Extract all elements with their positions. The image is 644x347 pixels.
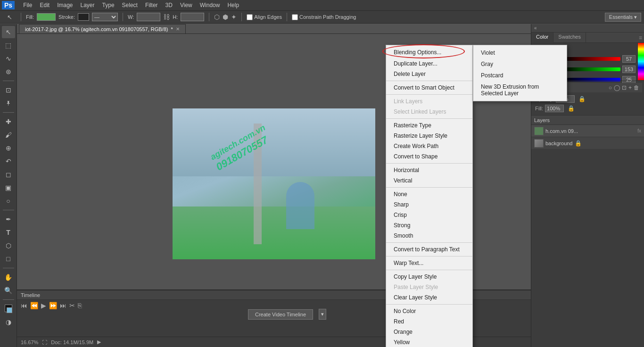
menu-layer[interactable]: Layer — [77, 1, 99, 9]
menu-filter[interactable]: Filter — [141, 1, 162, 9]
timeline-play-btn[interactable]: ▶ — [41, 302, 46, 309]
layer-item-1[interactable]: h.com.vn 09... fx — [531, 125, 644, 137]
essentials-button[interactable]: Essentials ▾ — [605, 13, 641, 22]
horizontal-item[interactable]: Horizontal — [386, 165, 472, 175]
color-spectrum-strip[interactable] — [637, 43, 644, 80]
timeline-last-btn[interactable]: ⏭ — [60, 302, 66, 309]
strong-item[interactable]: Strong — [386, 220, 472, 231]
shape-tool[interactable]: □ — [2, 253, 15, 265]
duplicate-layer-item[interactable]: Duplicate Layer... — [386, 58, 472, 69]
stroke-color-box[interactable] — [78, 13, 89, 21]
no-color-item[interactable]: No Color — [386, 306, 472, 316]
clone-stamp-tool[interactable]: ⊕ — [2, 142, 15, 154]
brush-tool[interactable]: 🖌 — [2, 129, 15, 141]
menu-help[interactable]: Help — [223, 1, 243, 9]
convert-smart-item[interactable]: Convert to Smart Object — [386, 83, 472, 93]
menu-file[interactable]: File — [19, 1, 36, 9]
g-value-input[interactable] — [622, 66, 636, 73]
vertical-item[interactable]: Vertical — [386, 175, 472, 186]
paths-fill-btn[interactable]: ○ — [609, 84, 612, 91]
menu-view[interactable]: View — [176, 1, 196, 9]
menu-type[interactable]: Type — [99, 1, 118, 9]
path-select-tool[interactable]: ⬡ — [2, 240, 15, 252]
stroke-size-select[interactable]: — — [92, 13, 118, 21]
timeline-copy-btn[interactable]: ⎘ — [78, 302, 82, 309]
paths-delete-btn[interactable]: 🗑 — [634, 84, 639, 91]
none-item[interactable]: None — [386, 189, 472, 199]
layer-fx-icon[interactable]: fx — [637, 128, 641, 133]
menu-window[interactable]: Window — [196, 1, 224, 9]
lasso-tool[interactable]: ∿ — [2, 52, 15, 65]
delete-layer-item[interactable]: Delete Layer — [386, 69, 472, 79]
menu-edit[interactable]: Edit — [36, 1, 53, 9]
timeline-prev-btn[interactable]: ⏪ — [30, 302, 38, 309]
copy-layer-style-item[interactable]: Copy Layer Style — [386, 272, 472, 282]
transform-icon-1[interactable]: ⬡ — [214, 13, 220, 21]
quick-mask-btn[interactable]: ◑ — [2, 316, 15, 328]
smooth-item[interactable]: Smooth — [386, 231, 472, 241]
hand-tool[interactable]: ✋ — [2, 271, 15, 283]
width-input[interactable] — [137, 13, 160, 21]
g-bar[interactable] — [564, 67, 620, 71]
eyedropper-tool[interactable]: 🖈 — [2, 97, 15, 109]
rasterize-type-item[interactable]: Rasterize Type — [386, 120, 472, 131]
fill-color-box[interactable] — [37, 13, 56, 21]
align-edges-label[interactable]: Align Edges — [247, 14, 282, 20]
tab-swatches[interactable]: Swatches — [553, 33, 586, 42]
document-tab[interactable]: iot-2017-2.jpg @ 16.7% (agitech.com.vn 0… — [19, 24, 186, 33]
r-bar[interactable] — [564, 57, 620, 61]
create-video-timeline-btn[interactable]: Create Video Timeline — [248, 309, 313, 320]
status-arrow[interactable]: ▶ — [97, 339, 101, 345]
selection-tool-btn[interactable]: ↖ — [3, 11, 16, 23]
rectangle-select-tool[interactable]: ⬚ — [2, 39, 15, 51]
gradient-tool[interactable]: ▣ — [2, 182, 15, 194]
paths-new-btn[interactable]: + — [628, 84, 632, 91]
layer-item-background[interactable]: background 🔒 — [531, 137, 644, 149]
height-input[interactable] — [181, 13, 204, 21]
panel-collapse-btn[interactable]: « — [531, 24, 644, 33]
transform-icon-3[interactable]: ✦ — [231, 13, 237, 21]
clear-layer-style-item[interactable]: Clear Layer Style — [386, 292, 472, 303]
orange-item[interactable]: Orange — [386, 327, 472, 337]
tab-close-btn[interactable]: ✕ — [176, 26, 180, 32]
transform-icon-2[interactable]: ⬢ — [223, 13, 228, 21]
blending-options-item[interactable]: Blending Options... — [386, 47, 472, 58]
create-work-path-item[interactable]: Create Work Path — [386, 141, 472, 151]
type-tool[interactable]: T — [2, 226, 15, 239]
tab-color[interactable]: Color — [531, 33, 553, 43]
align-edges-checkbox[interactable] — [247, 14, 253, 20]
crisp-item[interactable]: Crisp — [386, 210, 472, 220]
red-item[interactable]: Red — [386, 316, 472, 327]
quick-select-tool[interactable]: ⊛ — [2, 66, 15, 78]
spot-heal-tool[interactable]: ✚ — [2, 116, 15, 128]
crop-tool[interactable]: ⊡ — [2, 84, 15, 96]
foreground-bg-color[interactable] — [2, 303, 15, 315]
constrain-path-label[interactable]: Constrain Path Dragging — [292, 14, 356, 20]
menu-select[interactable]: Select — [118, 1, 141, 9]
timeline-arrow-btn[interactable]: ▾ — [319, 309, 326, 320]
violet-item[interactable]: Violet — [473, 47, 567, 58]
menu-image[interactable]: Image — [53, 1, 76, 9]
gray-item[interactable]: Gray — [473, 58, 567, 70]
pen-tool[interactable]: ✒ — [2, 213, 15, 225]
yellow-item[interactable]: Yellow — [386, 337, 472, 347]
constrain-path-checkbox[interactable] — [292, 14, 298, 20]
new-3d-item[interactable]: New 3D Extrusion from Selected Layer — [473, 81, 567, 99]
paths-stroke-btn[interactable]: ◯ — [614, 84, 620, 91]
zoom-tool[interactable]: 🔍 — [2, 284, 15, 297]
warp-text-item[interactable]: Warp Text... — [386, 258, 472, 268]
convert-shape-item[interactable]: Convert to Shape — [386, 151, 472, 162]
postcard-item[interactable]: Postcard — [473, 70, 567, 81]
fill-input[interactable] — [545, 105, 564, 112]
eraser-tool[interactable]: ◻ — [2, 168, 15, 181]
timeline-cut-btn[interactable]: ✂ — [69, 302, 75, 309]
menu-3d[interactable]: 3D — [162, 1, 176, 9]
convert-paragraph-item[interactable]: Convert to Paragraph Text — [386, 244, 472, 255]
move-tool[interactable]: ↖ — [2, 26, 15, 38]
sharp-item[interactable]: Sharp — [386, 199, 472, 210]
timeline-next-btn[interactable]: ⏩ — [49, 302, 57, 309]
dodge-tool[interactable]: ○ — [2, 195, 15, 207]
rasterize-style-item[interactable]: Rasterize Layer Style — [386, 131, 472, 141]
history-brush-tool[interactable]: ↶ — [2, 155, 15, 167]
paths-load-btn[interactable]: ⊡ — [622, 84, 627, 91]
